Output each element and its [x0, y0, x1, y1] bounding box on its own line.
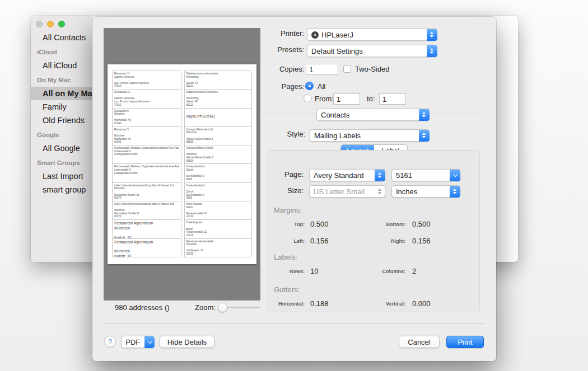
labels-column-right: Diabeteszentrum AmmerseeHerrschingSeestr… — [184, 71, 252, 257]
address-count-status: 980 addresses () — [115, 303, 170, 312]
gutter-horizontal-label: Horizontal: — [270, 301, 305, 307]
margins-title: Margins: — [274, 206, 302, 214]
sidebar-item[interactable]: Google — [31, 128, 92, 142]
print-preview-pane: Restaurant 11Caprino VeroneseLoc. Porcin… — [104, 28, 260, 300]
pages-from-label: From: — [315, 95, 334, 103]
gutter-vertical-label: Vertical: — [371, 301, 405, 307]
zoom-slider-knob[interactable] — [218, 303, 227, 312]
margin-right-label: Right: — [371, 238, 405, 244]
combo-chevron-icon — [450, 170, 460, 181]
print-dialog: Restaurant 11Caprino VeroneseLoc. Porcin… — [92, 17, 496, 361]
gutters-title: Gutters: — [274, 285, 300, 294]
sidebar-item[interactable]: All Contacts — [31, 31, 92, 44]
margin-left-value: 0.156 — [310, 237, 329, 245]
sidebar-item[interactable]: smart group — [31, 183, 92, 196]
copies-field[interactable] — [306, 64, 338, 75]
mailing-label: Hotel AugustaBerlinFasanenstraße 2210719 — [184, 219, 252, 238]
style-popup[interactable]: Mailing Labels — [310, 129, 430, 142]
page-type-popup[interactable]: Avery Standard — [309, 169, 385, 181]
pdf-chevron-icon — [144, 336, 155, 348]
columns-label: Columns: — [371, 269, 405, 274]
style-label: Style: — [287, 130, 305, 138]
presets-popup[interactable]: Default Settings — [307, 45, 437, 57]
page-label: Page: — [284, 170, 304, 179]
sidebar-item[interactable]: All on My Mac — [31, 87, 92, 100]
pages-to-label: to: — [367, 95, 375, 103]
margin-bottom-value: 0.500 — [412, 220, 431, 228]
mailing-label: Restaurant 11Caprino VeroneseLoc. Porcin… — [112, 89, 181, 108]
popup-chevrons-icon — [419, 109, 430, 121]
mailing-label: Restaurant 11Caprino VeroneseLoc. Porcin… — [112, 71, 181, 90]
presets-label: Presets: — [277, 45, 304, 54]
size-value: US Letter Small — [314, 187, 365, 196]
style-popup-value: Mailing Labels — [314, 132, 361, 140]
mailing-label: Honey AuerbachZürichSeefeldstraße 98008 — [184, 163, 252, 182]
popup-chevrons-icon — [427, 29, 437, 41]
sidebar-item[interactable]: On My Mac — [31, 73, 92, 87]
margin-left-label: Left: — [270, 238, 305, 244]
cancel-button[interactable]: Cancel — [399, 336, 440, 348]
printer-offline-icon: ✕ — [311, 31, 319, 39]
two-sided-checkbox[interactable] — [343, 65, 351, 73]
app-section-popup-value: Contacts — [321, 111, 349, 119]
mailing-label: Rechtsanwalt, Mediator, Organisationsent… — [112, 163, 181, 182]
copies-label: Copies: — [279, 65, 304, 73]
zoom-button-icon[interactable] — [58, 21, 65, 27]
app-section-popup[interactable]: Contacts — [316, 109, 430, 121]
gutter-horizontal-value: 0.188 — [310, 299, 329, 308]
sidebar-item[interactable]: Old Friends — [31, 114, 92, 127]
sidebar-item[interactable]: Last Import — [31, 170, 92, 183]
mailing-label: Rechtsanwalt, Mediator, Organisationsent… — [112, 145, 181, 164]
zoom-slider-label: Zoom: — [195, 303, 216, 312]
mailing-label: Leiter Unternehmensentwicklung Marc Al-H… — [112, 201, 181, 220]
help-button[interactable]: ? — [104, 336, 116, 347]
hide-details-button[interactable]: Hide Details — [160, 336, 214, 348]
pages-to-field[interactable] — [379, 93, 406, 105]
size-label: Size: — [287, 186, 304, 195]
mailing-label: Restaurant 5MünchenHochstraße 4681541 — [112, 126, 181, 145]
popup-chevrons-icon — [375, 186, 385, 198]
mailing-label: Vorstand Martin AschoffMünchenWerner-Eck… — [184, 145, 252, 164]
gutter-vertical-value: 0.000 — [412, 299, 431, 308]
mailing-label: Honey AuerbachZürichSeefeldstraße 98008 — [184, 182, 252, 201]
sidebar-item[interactable]: iCloud — [31, 45, 92, 59]
size-units-popup[interactable]: Inches — [391, 185, 460, 198]
sidebar-group-list: All ContactsiCloudAll iCloudOn My MacAll… — [31, 31, 92, 196]
window-controls — [36, 21, 65, 27]
minimize-button-icon[interactable] — [47, 21, 54, 27]
mailing-label: Restaurant AusternkellerMünchenStollberg… — [184, 238, 252, 257]
layout-settings-panel: Page: Avery Standard 5161 Size: US Lette… — [268, 150, 480, 312]
presets-popup-value: Default Settings — [311, 47, 363, 55]
preview-page: Restaurant 11Caprino VeroneseLoc. Porcin… — [108, 64, 256, 264]
printer-popup-value: HPLaserJ — [321, 31, 353, 39]
contacts-sidebar: All ContactsiCloudAll iCloudOn My MacAll… — [31, 16, 92, 262]
margin-bottom-label: Bottom: — [371, 222, 405, 227]
rows-label: Rows: — [270, 269, 305, 274]
desktop: All ContactsiCloudAll iCloudOn My MacAll… — [0, 0, 588, 371]
sidebar-item[interactable]: All Google — [31, 142, 92, 155]
popup-chevrons-icon — [427, 45, 437, 57]
page-code-combo[interactable]: 5161 — [391, 169, 460, 181]
pages-all-label: All — [318, 82, 325, 91]
footer-divider — [104, 323, 485, 324]
mailing-labels-grid: Restaurant 11Caprino VeroneseLoc. Porcin… — [112, 71, 252, 257]
popup-chevrons-icon — [450, 186, 460, 198]
mailing-label: Diabeteszentrum AmmerseeHerrschingSeestr… — [184, 89, 252, 108]
pdf-menu-button[interactable]: PDF — [121, 336, 155, 348]
mailing-label: Vorstand Martin AschoffMünchenWerner-Eck… — [184, 126, 252, 145]
pages-from-radio[interactable] — [304, 94, 312, 102]
margin-top-label: Top: — [270, 222, 305, 227]
sidebar-item[interactable]: All iCloud — [31, 59, 92, 72]
labels-title: Labels: — [274, 253, 297, 261]
rows-value: 10 — [310, 267, 318, 275]
sidebar-item[interactable]: Family — [31, 100, 92, 114]
margin-top-value: 0.500 — [310, 220, 329, 228]
print-button[interactable]: Print — [446, 336, 484, 348]
mailing-label: Apple (中国大陆) — [184, 108, 252, 127]
pages-all-radio[interactable] — [305, 82, 314, 90]
close-button-icon[interactable] — [36, 21, 43, 27]
size-units-value: Inches — [396, 187, 417, 196]
pages-from-field[interactable] — [333, 93, 360, 105]
printer-popup[interactable]: ✕ HPLaserJ — [307, 29, 437, 41]
sidebar-item[interactable]: Smart Groups — [31, 156, 92, 170]
